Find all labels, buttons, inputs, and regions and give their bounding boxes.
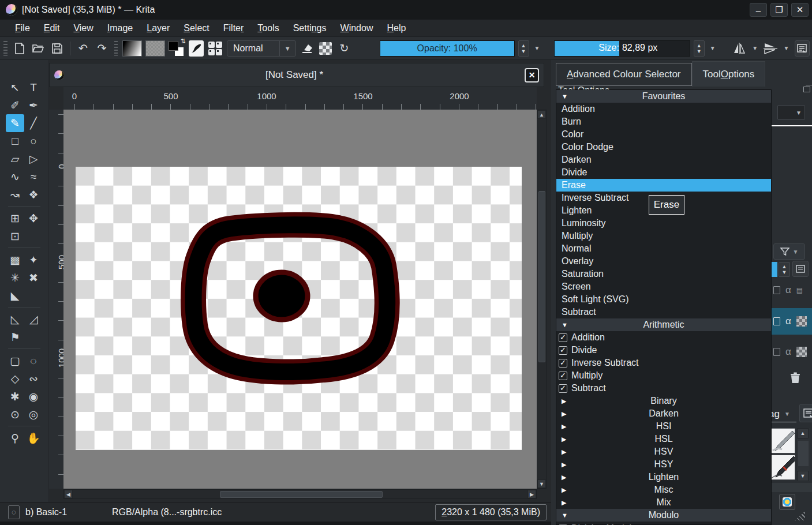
color-sampler-tool[interactable]: ✦ — [24, 251, 43, 269]
tool-button[interactable] — [6, 204, 43, 209]
tool-button[interactable] — [6, 423, 43, 429]
menu-item[interactable]: Edit — [37, 21, 67, 35]
chevron-down-icon[interactable]: ▼ — [750, 45, 759, 51]
blend-mode-row[interactable]: ▶ Darken — [556, 407, 771, 420]
multibrush-tool[interactable]: ❖ — [24, 186, 43, 204]
freehand-path-tool[interactable]: ≈ — [24, 168, 43, 186]
layer-properties-icon[interactable] — [792, 261, 809, 277]
menu-item[interactable]: Window — [334, 21, 380, 35]
vertical-scrollbar[interactable]: ▲ ▼ — [537, 110, 547, 489]
mirror-vertical-icon[interactable] — [763, 40, 778, 57]
tool-button[interactable] — [6, 305, 43, 310]
menu-item[interactable]: Tools — [250, 21, 286, 35]
docker-tab[interactable]: Tool Options — [692, 61, 766, 87]
elliptical-selection-tool[interactable]: ◌ — [24, 352, 43, 370]
ellipse-tool[interactable]: ○ — [24, 132, 43, 150]
blend-mode-row[interactable]: Color Dodge — [556, 141, 771, 153]
blend-mode-row[interactable]: Color — [556, 128, 771, 141]
horizontal-scrollbar[interactable]: ◀ ▶ — [63, 489, 537, 499]
blend-mode-row[interactable]: ▶ Binary — [556, 395, 771, 407]
reference-images-tool[interactable]: ⚑ — [6, 328, 24, 346]
polygonal-selection-tool[interactable]: ◇ — [6, 370, 24, 388]
bezier-selection-tool[interactable]: ⊙ — [6, 406, 24, 423]
assistants-tool[interactable]: ◿ — [24, 310, 43, 328]
zoom-tool[interactable]: ⚲ — [6, 429, 24, 447]
dynamic-brush-tool[interactable]: ↝ — [6, 186, 24, 204]
blend-mode-row[interactable]: Addition — [556, 331, 771, 344]
tab-close-button[interactable]: ✕ — [525, 68, 539, 82]
blend-mode-row[interactable]: Screen — [556, 280, 771, 293]
blend-mode-row[interactable]: Normal — [556, 242, 771, 255]
pattern-swatch[interactable] — [145, 40, 165, 57]
layer-row-selected[interactable]: α — [769, 308, 812, 335]
brush-editor-button[interactable] — [189, 40, 204, 57]
chevron-down-icon[interactable]: ▼ — [782, 45, 791, 51]
checkbox[interactable] — [559, 333, 567, 342]
text-tool[interactable]: T — [24, 78, 43, 96]
menu-item[interactable]: Select — [177, 21, 216, 35]
workspace-chooser-button[interactable] — [795, 40, 810, 57]
checkbox[interactable] — [559, 372, 567, 380]
preset-scrollbar[interactable]: ▲ ▼ — [797, 428, 810, 481]
polyline-tool[interactable]: ▷ — [24, 150, 43, 168]
blend-mode-row[interactable]: Multiply — [556, 369, 771, 382]
preserve-alpha-icon[interactable] — [318, 40, 333, 57]
transform-tool[interactable]: ⊞ — [6, 209, 24, 227]
delete-layer-icon[interactable] — [789, 372, 802, 384]
colorize-mask-tool[interactable]: ✳ — [6, 269, 24, 287]
chevron-down-icon[interactable]: ▼ — [533, 45, 542, 51]
blend-mode-row[interactable]: ▶ HSI — [556, 420, 771, 433]
preset-view-mode-button[interactable] — [799, 404, 812, 422]
menu-item[interactable]: Settings — [286, 21, 334, 35]
save-icon[interactable] — [49, 40, 64, 57]
blend-mode-row[interactable]: Luminosity — [556, 217, 771, 230]
blend-mode-row[interactable]: Divide — [556, 344, 771, 357]
blend-mode-row[interactable]: Division Modulo — [556, 522, 771, 525]
rectangle-tool[interactable]: □ — [6, 132, 24, 150]
blend-mode-row[interactable]: Multiply — [556, 230, 771, 242]
blend-mode-row[interactable]: ▶ HSY — [556, 458, 771, 471]
blend-mode-row[interactable]: ▶ Lighten — [556, 471, 771, 483]
checkbox[interactable] — [559, 384, 567, 393]
calligraphy-tool[interactable]: ✒ — [24, 96, 43, 114]
blend-mode-row[interactable]: Burn — [556, 115, 771, 128]
blend-mode-row[interactable]: Erase — [556, 179, 771, 192]
scroll-up-button[interactable]: ▲ — [537, 110, 546, 119]
toolbar-grip[interactable] — [114, 41, 118, 56]
magnetic-selection-tool[interactable]: ◎ — [24, 406, 43, 423]
specific-color-button[interactable] — [779, 494, 795, 510]
blend-mode-row[interactable]: Divide — [556, 166, 771, 179]
opacity-slider[interactable]: Opacity: 100% — [380, 40, 515, 57]
chevron-down-icon[interactable]: ▼ — [279, 41, 295, 56]
blend-mode-row[interactable]: Addition — [556, 103, 771, 115]
blend-mode-row[interactable]: ▼ Favourites — [556, 90, 771, 103]
vertical-scroll-thumb[interactable] — [538, 191, 545, 362]
blend-mode-row[interactable]: Inverse Subtract — [556, 357, 771, 369]
layer-filter-button[interactable]: ▼ — [773, 243, 805, 260]
open-document-icon[interactable] — [31, 40, 46, 57]
crop-tool[interactable]: ⊡ — [6, 227, 24, 245]
foreground-color[interactable] — [169, 41, 178, 51]
brush-preset-thumbnail[interactable] — [769, 428, 795, 453]
scroll-left-button[interactable]: ◀ — [64, 490, 73, 498]
brush-tag-dropdown[interactable]: ag▼ — [769, 406, 796, 422]
close-button[interactable]: ✕ — [791, 3, 809, 17]
resize-grip[interactable] — [795, 511, 805, 520]
measure-tool[interactable]: ◺ — [6, 310, 24, 328]
menu-item[interactable]: Help — [380, 21, 413, 35]
layer-row[interactable]: α — [769, 340, 812, 363]
scroll-right-button[interactable]: ▶ — [527, 490, 536, 498]
minimize-button[interactable]: – — [750, 3, 767, 17]
opacity-spinner[interactable]: ▲▼ — [518, 40, 529, 57]
blend-mode-row[interactable]: ▼ Arithmetic — [556, 318, 771, 331]
size-slider[interactable]: Size: 82,89 px — [554, 40, 690, 57]
eraser-mode-icon[interactable] — [300, 40, 315, 57]
horizontal-scroll-thumb[interactable] — [220, 491, 383, 498]
blend-mode-row[interactable]: ▶ Misc — [556, 483, 771, 496]
line-tool[interactable]: ╱ — [24, 114, 43, 132]
foreground-background-colors[interactable]: ⇅ — [169, 40, 185, 57]
blend-mode-row[interactable]: ▶ Mix — [556, 496, 771, 509]
chevron-down-icon[interactable]: ▼ — [708, 45, 717, 51]
freehand-selection-tool[interactable]: ∾ — [24, 370, 43, 388]
select-shapes-tool[interactable]: ↖ — [6, 78, 24, 96]
